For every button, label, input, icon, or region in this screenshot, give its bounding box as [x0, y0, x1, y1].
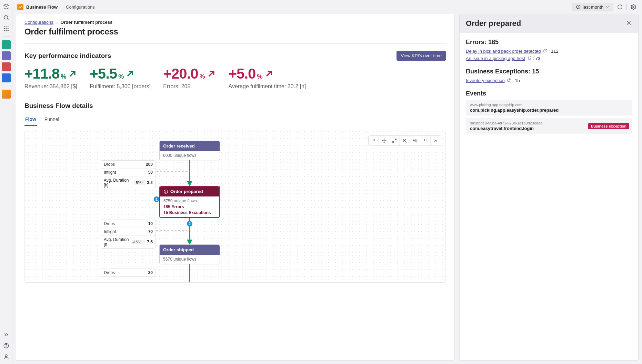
kpi-label: Errors: 205: [163, 83, 216, 90]
node-sub: 5750 unique flows: [163, 199, 216, 203]
flow-node-order-prepared[interactable]: Order prepared 5750 unique flows 185 Err…: [159, 186, 220, 218]
app-logo-icon: [17, 4, 23, 10]
error-link-row: An issue in a picking app host : 73: [466, 56, 632, 61]
svg-point-8: [7, 28, 8, 29]
kpi-unit: %: [200, 73, 205, 80]
trend-up-icon: [68, 69, 77, 79]
divider: [24, 43, 446, 44]
kpi-card: +5.0 % Average fulfilment time: 30.2 [h]: [229, 65, 306, 90]
rail-nav-icon[interactable]: [2, 2, 11, 11]
tab-funnel[interactable]: Funnel: [44, 114, 60, 126]
kpi-value: +5.0: [229, 65, 256, 82]
alert-icon: [163, 189, 168, 194]
kpi-unit: %: [257, 73, 262, 80]
kpi-value: +11.8: [24, 65, 59, 82]
metrics-card-1: Drops200 Inflight50 Avg. Duration [h]5%↑…: [101, 160, 156, 189]
app-title: Business Flow: [26, 4, 58, 10]
node-sub: 6000 unique flows: [160, 151, 220, 160]
flow-details-heading: Business Flow details: [24, 102, 446, 110]
error-link[interactable]: Delay in pick and pack order detected: [466, 49, 541, 54]
svg-point-4: [6, 26, 7, 27]
kpi-card: +11.8 % Revenue: 354,862 [$]: [24, 65, 77, 90]
node-header: Order prepared: [160, 186, 219, 196]
error-link-row: Delay in pick and pack order detected : …: [466, 49, 632, 54]
event-name: com.picking.app.easyship.order.prepared: [470, 108, 628, 113]
edge-badge-2: 2: [187, 221, 192, 226]
event-source: www.picking.app.easyship.com: [470, 103, 628, 107]
trend-up-icon: [125, 69, 135, 79]
topnav-configurations[interactable]: Configurations: [66, 4, 95, 10]
external-link-icon: [543, 49, 547, 53]
time-range-label: last month: [583, 4, 603, 10]
rail-app3-icon[interactable]: [2, 62, 11, 71]
side-panel-title: Order prepared: [466, 19, 521, 28]
external-link-icon: [507, 78, 511, 82]
rail-expand-icon[interactable]: [2, 330, 11, 339]
rail-user-icon[interactable]: [2, 352, 11, 361]
close-icon[interactable]: [626, 20, 632, 27]
settings-icon[interactable]: [630, 3, 637, 11]
business-exception-badge: Business exception: [588, 123, 629, 129]
rail-help-icon[interactable]: [2, 341, 11, 350]
node-errors: 185 Errors: [163, 204, 216, 209]
rail-app4-icon[interactable]: [2, 73, 11, 82]
rail-apps-icon[interactable]: [2, 24, 11, 33]
svg-line-2: [7, 19, 9, 20]
svg-point-16: [633, 6, 634, 8]
svg-point-13: [6, 347, 6, 347]
page-title: Order fulfilment process: [24, 27, 446, 37]
events-heading: Events: [466, 90, 632, 97]
metrics-card-2: Drops10 Inflight70 Avg. Duration [h-15%↓…: [101, 220, 156, 249]
svg-line-20: [267, 71, 271, 76]
exception-link-row: Inventory exception : 15: [466, 78, 632, 83]
svg-point-3: [4, 26, 5, 27]
svg-point-45: [165, 192, 166, 193]
trend-up-icon: [264, 69, 274, 79]
svg-line-17: [70, 71, 75, 76]
chevron-right-icon: ›: [56, 20, 58, 25]
error-link[interactable]: Inventory exception: [466, 78, 505, 83]
event-card[interactable]: www.picking.app.easyship.com com.picking…: [466, 100, 632, 115]
kpi-label: Fulfilment: 5,300 [orders]: [90, 83, 151, 90]
flow-node-order-received[interactable]: Order received 6000 unique flows: [159, 141, 220, 160]
trend-up-icon: [207, 69, 216, 79]
svg-point-6: [4, 28, 5, 29]
clock-icon: [576, 4, 581, 9]
kpi-unit: %: [61, 73, 66, 80]
kpi-value: +5.5: [90, 65, 117, 82]
node-exceptions: 15 Business Exceptions: [163, 210, 216, 215]
rail-app5-icon[interactable]: [2, 90, 11, 99]
external-link-icon: [528, 56, 532, 60]
rail-app2-icon[interactable]: [2, 51, 11, 60]
svg-point-14: [5, 355, 7, 357]
tab-flow[interactable]: Flow: [24, 114, 37, 126]
svg-point-10: [6, 30, 7, 31]
view-kpis-button[interactable]: View KPI's over time: [397, 51, 446, 61]
exceptions-heading: Business Exceptions: 15: [466, 68, 632, 75]
svg-line-19: [209, 71, 214, 76]
rail-search-icon[interactable]: [2, 13, 11, 22]
kpi-label: Average fulfilment time: 30.2 [h]: [229, 83, 306, 90]
node-sub: 5670 unique flows: [160, 255, 220, 264]
svg-point-5: [7, 26, 8, 27]
time-range-picker[interactable]: last month: [572, 3, 613, 11]
refresh-icon[interactable]: [616, 3, 624, 11]
event-card[interactable]: 9a9bbbe0-95ba-4d71-973e-1a1b0d23eaaa com…: [466, 118, 632, 134]
breadcrumb-root[interactable]: Configurations: [24, 20, 53, 25]
svg-point-7: [6, 28, 7, 29]
flow-node-order-shipped[interactable]: Order shipped 5670 unique flows: [159, 244, 220, 264]
link-count: : 73: [533, 56, 540, 61]
kpi-unit: %: [118, 73, 124, 80]
kpi-value: +20.0: [163, 65, 198, 82]
error-link[interactable]: An issue in a picking app host: [466, 56, 525, 61]
kpi-heading: Key performance indicators: [24, 52, 111, 60]
chevron-down-icon: [605, 5, 610, 9]
rail-app1-icon[interactable]: [2, 40, 11, 49]
breadcrumb-current: Order fulfilment process: [60, 20, 112, 25]
kpi-card: +5.5 % Fulfilment: 5,300 [orders]: [90, 65, 151, 90]
node-header: Order shipped: [160, 245, 220, 255]
svg-line-18: [128, 71, 132, 76]
kpi-label: Revenue: 354,862 [$]: [24, 83, 77, 90]
node-header: Order received: [160, 141, 220, 151]
kpi-card: +20.0 % Errors: 205: [163, 65, 216, 90]
